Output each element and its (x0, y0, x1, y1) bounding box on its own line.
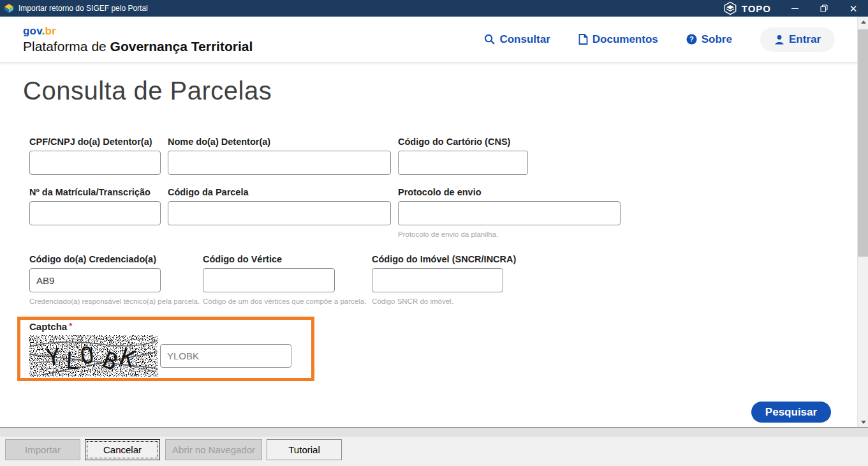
matricula-label: Nº da Matrícula/Transcrição (29, 187, 151, 197)
nav-entrar-label: Entrar (789, 33, 821, 46)
cpf-label: CPF/CNPJ do(a) Detentor(a) (29, 137, 152, 147)
cancelar-button[interactable]: Cancelar (85, 439, 160, 460)
maximize-button[interactable] (809, 0, 839, 17)
nav-sobre[interactable]: ? Sobre (686, 33, 732, 46)
abrir-no-navegador-button[interactable]: Abrir no Navegador (165, 439, 262, 460)
search-icon (484, 34, 495, 45)
restore-icon (820, 4, 828, 12)
govbr-logo: gov.br (23, 25, 253, 38)
scroll-down-button[interactable] (858, 417, 868, 427)
nav-consultar[interactable]: Consultar (484, 33, 550, 46)
credenciado-label: Código do(a) Credenciado(a) (29, 254, 156, 264)
minimize-icon (791, 8, 798, 9)
document-icon (578, 34, 588, 45)
window-title: Importar retorno do SIGEF pelo Portal (18, 4, 148, 13)
parcela-input[interactable] (168, 201, 391, 225)
help-icon: ? (686, 34, 697, 45)
matricula-input[interactable] (29, 201, 161, 225)
page-title: Consulta de Parcelas (23, 77, 272, 105)
nav-entrar[interactable]: Entrar (760, 27, 835, 52)
bottom-strip (0, 427, 868, 437)
topo-brand: TOPO (723, 1, 771, 15)
imovel-input[interactable] (372, 268, 503, 292)
brand-text: TOPO (742, 3, 771, 14)
close-button[interactable]: ✕ (839, 0, 868, 17)
nav-documentos[interactable]: Documentos (578, 33, 658, 46)
nav-consultar-label: Consultar (499, 33, 550, 46)
minimize-button[interactable] (780, 0, 809, 17)
cartorio-label: Código do Cartório (CNS) (398, 137, 510, 147)
vertice-input[interactable] (203, 268, 335, 292)
imovel-helper: Código SNCR do imóvel. (372, 297, 453, 305)
credenciado-input[interactable] (29, 268, 161, 292)
vertical-scrollbar[interactable] (857, 17, 868, 427)
scroll-down-icon (861, 421, 866, 424)
site-branding: gov.br Plataforma de Governança Territor… (23, 25, 253, 54)
tutorial-button[interactable]: Tutorial (267, 439, 342, 460)
pesquisar-button[interactable]: Pesquisar (751, 402, 831, 423)
header-nav: Consultar Documentos ? Sobre Entrar (484, 27, 835, 52)
nome-label: Nome do(a) Detentor(a) (168, 137, 270, 147)
nav-documentos-label: Documentos (592, 33, 658, 46)
cpf-input[interactable] (29, 151, 161, 175)
scroll-up-icon (861, 20, 866, 24)
site-header: gov.br Plataforma de Governança Territor… (0, 17, 868, 62)
scroll-up-button[interactable] (858, 17, 868, 27)
cartorio-input[interactable] (398, 151, 528, 175)
protocolo-helper: Protocolo de envio da planilha. (398, 230, 498, 238)
required-asterisk: * (69, 321, 72, 331)
window-titlebar: Importar retorno do SIGEF pelo Portal TO… (0, 0, 868, 17)
captcha-label: Captcha* (29, 321, 72, 332)
imovel-label: Código do Imóvel (SNCR/INCRA) (372, 254, 516, 264)
vertice-helper: Código de um dos vértices que compõe a p… (203, 297, 366, 305)
svg-text:L: L (64, 347, 80, 374)
app-icon (4, 3, 14, 13)
site-title: Plataforma de Governança Territorial (23, 39, 253, 54)
footer-button-panel: Importar Cancelar Abrir no Navegador Tut… (0, 437, 868, 466)
svg-text:?: ? (689, 35, 694, 43)
user-icon (774, 34, 784, 45)
close-icon: ✕ (850, 4, 858, 13)
scrollbar-thumb[interactable] (858, 29, 868, 257)
parcela-label: Código da Parcela (168, 187, 249, 197)
nav-sobre-label: Sobre (702, 33, 732, 46)
importar-button[interactable]: Importar (5, 439, 80, 460)
protocolo-input[interactable] (398, 201, 621, 225)
captcha-image: Y L O B K (29, 335, 158, 377)
captcha-input[interactable] (160, 344, 291, 368)
vertice-label: Código do Vértice (203, 254, 282, 264)
nome-input[interactable] (168, 151, 391, 175)
topo-logo-icon (723, 1, 737, 15)
svg-text:Y: Y (45, 343, 62, 371)
credenciado-helper: Credenciado(a) responsável técnico(a) pe… (29, 297, 200, 305)
protocolo-label: Protocolo de envio (398, 187, 482, 197)
